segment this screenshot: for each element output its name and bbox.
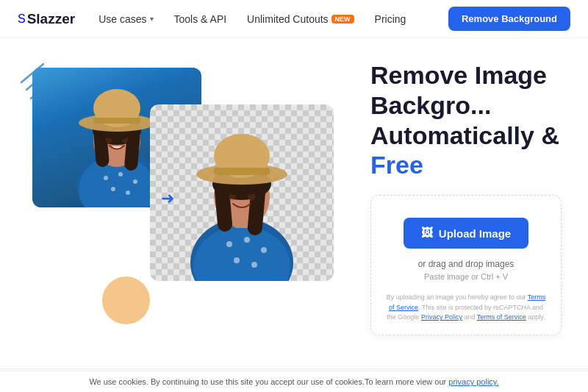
svg-point-35	[229, 188, 238, 195]
upload-box: 🖼 Upload Image or drag and drop images P…	[370, 195, 562, 335]
svg-point-41	[251, 262, 257, 268]
deco-circle	[102, 277, 150, 324]
nav-link-tools[interactable]: Tools & API	[174, 13, 227, 25]
svg-rect-13	[93, 118, 140, 124]
svg-point-36	[245, 188, 254, 195]
svg-point-39	[261, 247, 267, 253]
nav-link-use-cases[interactable]: Use cases ▾	[98, 13, 153, 25]
tos-link-1[interactable]: Terms of Service	[389, 293, 545, 311]
hero-title-line2: Automatically &	[370, 121, 559, 149]
svg-point-19	[118, 172, 123, 177]
nav-links: Use cases ▾ Tools & API Unlimited Cutout…	[98, 13, 448, 25]
arrow-icon: ➜	[161, 189, 174, 208]
logo-icon: S	[18, 13, 26, 26]
hero-title-line1: Remove Image Backgro...	[370, 61, 547, 119]
svg-point-18	[104, 176, 108, 180]
svg-point-16	[107, 133, 114, 139]
svg-point-37	[226, 241, 232, 247]
person-with-hat-processed	[150, 104, 334, 281]
tos-link-2[interactable]: Privacy Policy	[421, 313, 462, 321]
cookie-text: We use cookies. By continuing to use thi…	[89, 377, 446, 386]
svg-point-21	[111, 187, 115, 191]
upload-image-button[interactable]: 🖼 Upload Image	[404, 218, 528, 249]
hero-title-free: Free	[370, 151, 423, 179]
svg-point-22	[126, 190, 130, 195]
svg-point-40	[234, 257, 240, 263]
nav-link-pricing[interactable]: Pricing	[375, 13, 406, 25]
hero-images: ➜	[18, 60, 356, 368]
svg-point-17	[120, 133, 127, 139]
chevron-down-icon: ▾	[150, 15, 154, 23]
processed-photo	[150, 104, 334, 281]
new-badge: NEW	[331, 15, 354, 24]
drag-drop-text: or drag and drop images	[418, 259, 514, 269]
svg-point-20	[133, 179, 137, 184]
paste-text: Paste image or Ctrl + V	[424, 272, 508, 281]
tos-text: By uploading an image you hereby agree t…	[386, 293, 546, 323]
nav-link-unlimited[interactable]: Unlimited Cutouts NEW	[247, 13, 354, 25]
hero-content: Remove Image Backgro... Automatically & …	[356, 60, 570, 368]
tos-link-3[interactable]: Terms of Service	[477, 313, 526, 321]
svg-point-38	[244, 237, 250, 243]
hero-section: ➜	[0, 38, 588, 368]
navbar: S Slazzer Use cases ▾ Tools & API Unlimi…	[0, 0, 588, 38]
svg-rect-32	[214, 168, 270, 175]
cookie-link[interactable]: privacy policy.	[448, 377, 498, 386]
hero-title: Remove Image Backgro... Automatically & …	[370, 60, 570, 180]
remove-background-button[interactable]: Remove Background	[448, 7, 570, 31]
logo[interactable]: S Slazzer	[18, 11, 75, 27]
logo-text: Slazzer	[27, 11, 75, 27]
cookie-bar: We use cookies. By continuing to use thi…	[0, 371, 588, 392]
image-icon: 🖼	[421, 227, 433, 240]
